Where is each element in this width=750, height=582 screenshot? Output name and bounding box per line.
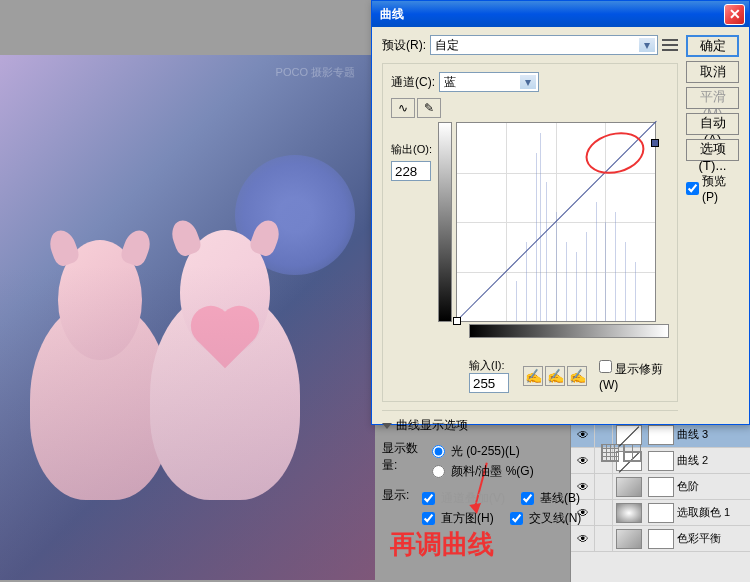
close-button[interactable]: ✕ (724, 4, 745, 25)
auto-button[interactable]: 自动(A) (686, 113, 739, 135)
options-button[interactable]: 选项(T)... (686, 139, 739, 161)
display-options-toggle[interactable]: 曲线显示选项 (382, 417, 678, 434)
curve-graph[interactable] (456, 122, 656, 322)
curve-tool-icon[interactable]: ∿ (391, 98, 415, 118)
preset-dropdown[interactable]: 自定 (430, 35, 658, 55)
show-label: 显示: (382, 487, 422, 530)
input-label: 输入(I): (469, 358, 509, 373)
pigment-radio[interactable] (432, 465, 445, 478)
dialog-titlebar[interactable]: 曲线 ✕ (372, 1, 749, 27)
grid-large-icon[interactable] (623, 444, 641, 462)
output-label: 输出(O): (391, 142, 432, 157)
white-point-eyedropper-icon[interactable]: ✍ (567, 366, 587, 386)
intersection-checkbox[interactable] (510, 512, 523, 525)
y-gradient (438, 122, 452, 322)
gray-point-eyedropper-icon[interactable]: ✍ (545, 366, 565, 386)
watermark: POCO 摄影专题 (276, 65, 355, 80)
pencil-tool-icon[interactable]: ✎ (417, 98, 441, 118)
curve-point-highlight[interactable] (651, 139, 659, 147)
smooth-button: 平滑(M) (686, 87, 739, 109)
dialog-title: 曲线 (380, 6, 724, 23)
ok-button[interactable]: 确定 (686, 35, 739, 57)
channel-label: 通道(C): (391, 74, 435, 91)
output-input[interactable] (391, 161, 431, 181)
channel-overlay-checkbox[interactable] (422, 492, 435, 505)
preview-checkbox[interactable] (686, 182, 699, 195)
show-clipping-checkbox[interactable] (599, 360, 612, 373)
baseline-checkbox[interactable] (521, 492, 534, 505)
light-radio[interactable] (432, 445, 445, 458)
display-amount-label: 显示数量: (382, 440, 432, 483)
input-input[interactable] (469, 373, 509, 393)
grid-small-icon[interactable] (601, 444, 619, 462)
photo-canvas[interactable]: POCO 摄影专题 (0, 55, 375, 580)
x-gradient (469, 324, 669, 338)
curve-point-shadow[interactable] (453, 317, 461, 325)
workspace: POCO 摄影专题 (0, 0, 375, 582)
preset-label: 预设(R): (382, 37, 426, 54)
channel-dropdown[interactable]: 蓝 (439, 72, 539, 92)
black-point-eyedropper-icon[interactable]: ✍ (523, 366, 543, 386)
histogram-checkbox[interactable] (422, 512, 435, 525)
chevron-down-icon (382, 423, 392, 429)
curves-dialog: 曲线 ✕ 预设(R): 自定 通道(C): 蓝 ∿ ✎ (371, 0, 750, 425)
cancel-button[interactable]: 取消 (686, 61, 739, 83)
preset-menu-icon[interactable] (662, 39, 678, 51)
